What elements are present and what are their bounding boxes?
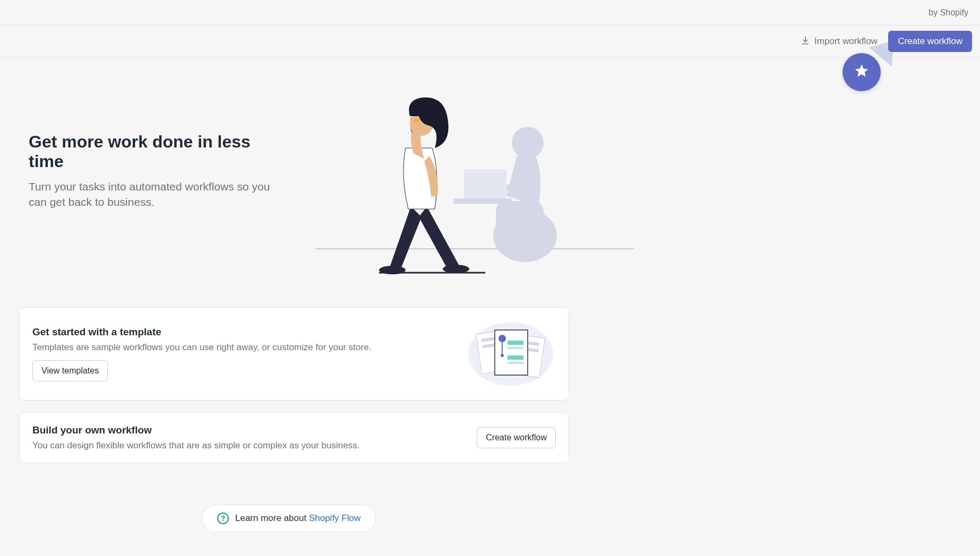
learn-more-pill: ? Learn more about Shopify Flow: [202, 505, 376, 532]
templates-illustration: [466, 319, 556, 388]
svg-point-23: [501, 354, 504, 357]
build-card-content: Build your own workflow You can design f…: [32, 424, 466, 451]
hero-section: Get more work done in less time Turn you…: [0, 79, 980, 275]
cards-section: Get started with a template Templates ar…: [0, 307, 569, 463]
svg-rect-11: [414, 119, 419, 121]
templates-card: Get started with a template Templates ar…: [19, 307, 569, 401]
topbar: by Shopify: [0, 0, 980, 25]
toolbar: Import workflow Create workflow: [0, 25, 980, 58]
svg-rect-2: [496, 201, 544, 238]
svg-rect-27: [508, 362, 523, 364]
hero-subtitle: Turn your tasks into automated workflows…: [29, 179, 283, 210]
import-workflow-button[interactable]: Import workflow: [798, 32, 880, 51]
svg-point-21: [498, 335, 506, 342]
download-icon: [801, 36, 810, 48]
templates-card-content: Get started with a template Templates ar…: [32, 326, 455, 381]
build-card-title: Build your own workflow: [32, 424, 466, 436]
learn-more-text: Learn more about Shopify Flow: [235, 513, 360, 524]
build-card: Build your own workflow You can design f…: [19, 412, 569, 463]
build-card-desc: You can design flexible workflows that a…: [32, 440, 466, 451]
page-content: Get more work done in less time Turn you…: [0, 58, 980, 532]
learn-more-prefix: Learn more about: [235, 513, 309, 523]
view-templates-button[interactable]: View templates: [32, 360, 108, 381]
import-workflow-label: Import workflow: [814, 36, 878, 47]
templates-card-desc: Templates are sample workflows you can u…: [32, 342, 455, 353]
svg-rect-6: [453, 198, 512, 204]
create-workflow-card-label: Create workflow: [486, 433, 547, 442]
svg-point-3: [512, 127, 544, 159]
view-templates-label: View templates: [41, 366, 99, 375]
create-workflow-label: Create workflow: [898, 36, 962, 46]
templates-card-title: Get started with a template: [32, 326, 455, 338]
svg-rect-25: [508, 347, 523, 349]
hero-title: Get more work done in less time: [29, 132, 283, 171]
star-badge[interactable]: [843, 53, 881, 91]
learn-more-section: ? Learn more about Shopify Flow: [0, 505, 980, 532]
svg-rect-24: [508, 341, 523, 345]
hero-text: Get more work done in less time Turn you…: [29, 79, 283, 210]
help-icon: ?: [217, 512, 229, 524]
hero-illustration: [315, 79, 634, 275]
star-icon: [854, 63, 870, 81]
create-workflow-card-button[interactable]: Create workflow: [477, 427, 556, 448]
shopify-flow-link[interactable]: Shopify Flow: [309, 513, 360, 523]
svg-rect-26: [508, 355, 523, 360]
byline-text: by Shopify: [929, 8, 968, 18]
svg-rect-5: [464, 169, 506, 198]
